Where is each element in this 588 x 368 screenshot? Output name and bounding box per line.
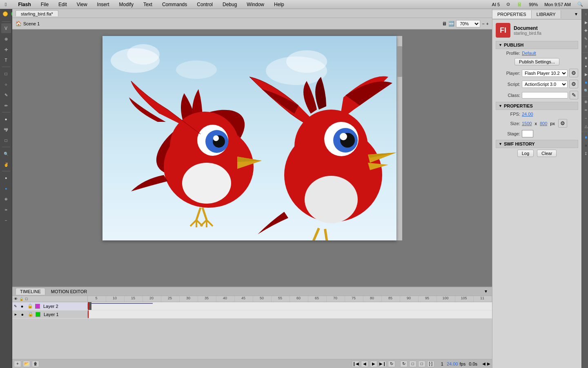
rtool-hand[interactable]: ■ — [582, 134, 588, 141]
onion-skin-icon[interactable]: □ — [409, 361, 416, 367]
clear-btn[interactable]: Clear — [537, 150, 557, 157]
layer1-visibility-toggle[interactable]: ● — [19, 312, 26, 317]
fill-color[interactable]: ■ — [1, 184, 11, 193]
menu-help[interactable]: Help — [272, 1, 286, 8]
class-pencil-btn[interactable]: ✎ — [570, 91, 578, 99]
player-select[interactable]: Flash Player 10.2 Flash Player 10 Flash … — [522, 70, 568, 77]
zoom-in-icon[interactable]: + — [486, 21, 489, 26]
menu-file[interactable]: File — [39, 1, 50, 8]
layer1-name[interactable]: Layer 1 — [44, 312, 86, 317]
menu-flash[interactable]: Flash — [16, 1, 32, 8]
layer2-outline-toggle[interactable] — [35, 304, 42, 309]
zoom-out-icon[interactable]: − — [482, 21, 484, 26]
search-icon[interactable]: 🔍 — [576, 2, 585, 7]
snap-to-objects[interactable]: ⊕ — [1, 194, 11, 204]
fill-tool[interactable]: ● — [1, 114, 11, 124]
stroke-color[interactable]: ■ — [1, 173, 11, 183]
menu-commands[interactable]: Commands — [160, 1, 189, 8]
tab-motion-editor[interactable]: MOTION EDITOR — [47, 288, 91, 295]
menu-view[interactable]: View — [75, 1, 89, 8]
rtool-magnify[interactable]: 🔍 — [582, 87, 588, 94]
zoom-select[interactable]: 70% 50% 100% 150% 200% — [456, 20, 480, 27]
size-width[interactable]: 1500 — [522, 121, 532, 126]
rect-tool[interactable]: □ — [1, 69, 11, 79]
publish-section-header[interactable]: ▼ PUBLISH — [496, 41, 578, 49]
menu-edit[interactable]: Edit — [57, 1, 69, 8]
rtool-ink[interactable]: ● — [582, 63, 588, 70]
rtool-brush[interactable]: ★ — [582, 54, 588, 62]
menu-modify[interactable]: Modify — [118, 1, 135, 8]
step-back-btn[interactable]: ◀ — [361, 361, 368, 367]
straighten-tool[interactable]: − — [1, 215, 11, 225]
size-height[interactable]: 800 — [540, 121, 547, 126]
hand-tool[interactable]: ✌ — [1, 159, 11, 169]
timeline-nav-left[interactable]: ◀ — [482, 361, 486, 366]
fps-value[interactable]: 24.00 — [522, 112, 533, 117]
rtool-line[interactable]: − — [582, 114, 588, 122]
rtool-arrow[interactable]: ↑ — [582, 11, 588, 18]
delete-layer-icon[interactable]: 🗑 — [32, 361, 39, 367]
add-folder-icon[interactable]: 📂 — [23, 361, 30, 367]
edit-symbols-icon[interactable]: 🖥 — [442, 21, 447, 27]
script-select[interactable]: ActionScript 3.0 ActionScript 2.0 Action… — [522, 81, 568, 88]
menu-text[interactable]: Text — [142, 1, 154, 8]
player-settings-btn[interactable]: ⚙ — [569, 69, 578, 77]
edit-multiple-frames-icon[interactable]: [⋅] — [427, 361, 434, 367]
stage[interactable] — [102, 36, 396, 240]
apple-menu[interactable]:  — [3, 1, 8, 8]
layer2-visibility-toggle[interactable]: ● — [19, 304, 25, 309]
edit-scene-icon[interactable]: 🆕 — [448, 21, 454, 27]
transform-tool[interactable]: ✛ — [1, 45, 11, 54]
rtool-zoom[interactable]: ■ — [582, 79, 588, 86]
tab-timeline[interactable]: TIMELINE — [16, 288, 45, 295]
onion-skin-outline-icon[interactable]: □ — [418, 361, 425, 367]
class-input[interactable] — [522, 92, 568, 99]
eyedropper-tool[interactable]: 🖦 — [1, 125, 11, 135]
loop-btn[interactable]: ↻ — [388, 361, 395, 367]
rtool-select[interactable]: ▶ — [582, 19, 588, 26]
menu-debug[interactable]: Debug — [221, 1, 238, 8]
timeline-nav-right[interactable]: ▶ — [487, 361, 490, 366]
timeline-collapse-icon[interactable]: ▼ — [483, 288, 489, 294]
menu-insert[interactable]: Insert — [96, 1, 111, 8]
rtool-text[interactable]: T — [582, 43, 588, 51]
rtool-curve[interactable]: △ — [582, 123, 588, 130]
play-btn[interactable]: ▶ — [370, 361, 377, 367]
rtool-expand[interactable]: ↧ — [582, 150, 588, 157]
rtool-pencil[interactable]: ✎ — [582, 35, 588, 43]
log-btn[interactable]: Log — [517, 150, 534, 157]
pencil-tool[interactable]: ✎ — [1, 90, 11, 100]
size-settings-btn[interactable]: ⚙ — [558, 119, 567, 128]
add-layer-icon[interactable]: + — [14, 361, 21, 367]
panel-collapse-btn[interactable]: ▼ — [571, 12, 581, 16]
properties-section-header[interactable]: ▼ PROPERTIES — [496, 102, 578, 110]
minimize-button[interactable] — [3, 11, 8, 16]
swf-history-section-header[interactable]: ▼ SWF HISTORY — [496, 140, 578, 148]
rtool-paint[interactable]: ▶ — [582, 71, 588, 78]
layer2-name[interactable]: Layer 2 — [43, 304, 86, 309]
menu-control[interactable]: Control — [195, 1, 214, 8]
menu-window[interactable]: Window — [245, 1, 266, 8]
eraser-tool[interactable]: □ — [1, 135, 11, 145]
sync-icon[interactable]: ↻ — [400, 361, 408, 367]
publish-settings-btn[interactable]: Publish Settings... — [514, 58, 559, 65]
oval-tool[interactable]: ○ — [1, 79, 11, 89]
layer1-lock-toggle[interactable]: 🔒 — [27, 312, 34, 317]
text-tool[interactable]: T — [1, 55, 11, 65]
rtool-smooth[interactable]: ≃ — [582, 106, 588, 114]
rtool-eraser[interactable]: ■ — [582, 142, 588, 149]
smooth-tool[interactable]: ≃ — [1, 205, 11, 215]
profile-value[interactable]: Default — [522, 51, 578, 56]
zoom-tool[interactable]: 🔍 — [1, 149, 11, 159]
file-tab[interactable]: starling_bird.fla* — [16, 10, 58, 16]
rtool-snap[interactable]: ⊕ — [582, 98, 588, 105]
rtool-transform[interactable]: ✚ — [582, 27, 588, 34]
layer1-outline-toggle[interactable] — [36, 312, 42, 317]
stage-color-swatch[interactable] — [522, 130, 533, 137]
script-settings-btn[interactable]: ⚙ — [569, 80, 578, 88]
rewind-btn[interactable]: ❙◀ — [352, 361, 359, 367]
layer2-lock-toggle[interactable]: 🔒 — [27, 303, 33, 309]
tab-library[interactable]: LIBRARY — [532, 10, 561, 18]
select-tool[interactable]: V — [1, 23, 11, 33]
brush-tool[interactable]: ✏ — [1, 101, 11, 110]
